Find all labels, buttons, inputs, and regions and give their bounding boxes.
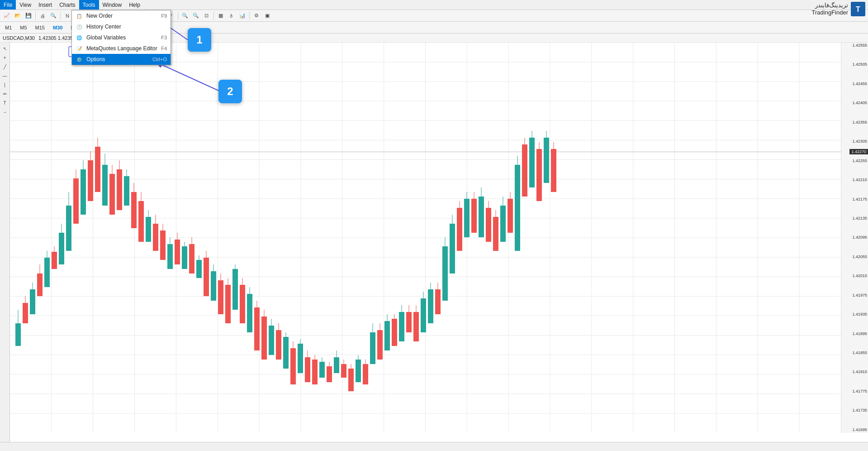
svg-rect-180 [515,165,520,251]
logo-icon: T [851,2,865,16]
statusbar [0,442,868,451]
tb-print[interactable]: 🖨 [38,11,47,20]
svg-rect-92 [196,260,202,278]
svg-rect-116 [283,337,289,369]
svg-rect-52 [52,252,57,269]
price-label: 1.42355 [841,120,868,125]
svg-rect-50 [44,258,50,287]
svg-rect-106 [247,294,252,332]
sep7 [249,12,250,20]
svg-rect-98 [218,280,223,314]
price-label: 1.41975 [841,293,868,297]
svg-rect-76 [138,201,144,242]
tool-text[interactable]: T [1,99,9,107]
tb-terminal[interactable]: ▣ [262,11,272,20]
svg-rect-144 [384,321,390,350]
menu-help[interactable]: Help [125,0,144,10]
price-label: 1.42135 [841,216,868,221]
tb-zoom-out[interactable]: 🔍 [191,11,201,20]
tb-new-chart[interactable]: 📈 [2,11,12,20]
svg-rect-62 [88,160,93,201]
menu-window[interactable]: Window [99,0,126,10]
tool-arrow[interactable]: → [1,108,9,116]
menu-insert[interactable]: Insert [35,0,56,10]
global-shortcut: F3 [161,35,167,40]
current-price-badge: 1.42270 [849,149,868,154]
svg-rect-66 [102,165,108,206]
tool-vline[interactable]: | [1,81,9,89]
svg-rect-112 [269,326,274,355]
svg-rect-136 [356,360,361,382]
price-label: 1.42255 [841,159,868,163]
new-order-shortcut: F9 [161,13,167,19]
menu-history-center[interactable]: 🕐 History Center [72,21,171,32]
svg-rect-72 [124,176,129,206]
svg-rect-42 [15,323,21,346]
tb-bar[interactable]: ▦ [216,11,226,20]
svg-rect-154 [421,298,426,332]
menu-file[interactable]: File [0,0,16,10]
price-label: 1.41775 [841,389,868,393]
chart-area: 1.42555 1.42505 1.42455 1.42405 1.42355 … [10,43,868,442]
price-label: 1.42015 [841,274,868,278]
tb-candle[interactable]: 🕯 [227,11,237,20]
menu-view[interactable]: View [16,0,35,10]
menu-charts[interactable]: Charts [56,0,79,10]
price-label: 1.42455 [841,82,868,86]
svg-rect-100 [225,285,231,323]
tf-m1[interactable]: M1 [2,24,15,31]
menu-metaquotes-editor[interactable]: 📝 MetaQuotes Language Editor F4 [72,43,171,54]
svg-rect-164 [457,208,462,251]
tb-zoom-in[interactable]: 🔍 [180,11,190,20]
svg-rect-54 [59,233,64,264]
tb-line[interactable]: 📊 [237,11,247,20]
svg-rect-122 [305,357,310,382]
tool-line[interactable]: ╱ [1,62,9,71]
tool-hline[interactable]: — [1,72,9,80]
new-order-label: New Order [86,13,113,19]
svg-rect-44 [23,303,28,323]
editor-shortcut: F4 [161,46,167,51]
svg-rect-124 [312,360,318,384]
svg-rect-70 [117,169,122,210]
editor-icon: 📝 [76,45,83,52]
menubar: File View Insert Charts Tools Window Hel… [0,0,868,10]
global-icon: 🌐 [76,34,83,41]
tf-m5[interactable]: M5 [17,24,30,31]
menu-options[interactable]: ⚙️ Options Ctrl+O [72,54,171,65]
tool-crosshair[interactable]: + [1,53,9,62]
svg-rect-48 [37,273,43,296]
chart-canvas[interactable] [10,43,841,433]
price-label: 1.42175 [841,197,868,202]
svg-rect-96 [211,271,216,301]
tf-m30[interactable]: M30 [50,24,66,31]
tb-save[interactable]: 💾 [24,11,33,20]
price-axis: 1.42555 1.42505 1.42455 1.42405 1.42355 … [841,43,868,433]
svg-rect-186 [536,149,542,201]
svg-rect-74 [131,192,137,228]
svg-text:T: T [856,5,860,13]
tool-pen[interactable]: ✏ [1,90,9,98]
price-label: 1.42505 [841,62,868,67]
svg-rect-142 [377,330,383,360]
svg-rect-64 [95,147,100,192]
menu-new-order[interactable]: 📋 New Order F9 [72,10,171,21]
tb-scroll[interactable]: ⊡ [202,11,212,20]
svg-rect-190 [551,149,556,192]
logo-area: تریدینگ‌فایندر TradingFinder T [812,2,865,16]
svg-rect-108 [254,307,260,350]
tb-print-preview[interactable]: 🔍 [48,11,58,20]
menu-tools[interactable]: Tools [79,0,99,10]
symbol-name: USDCAD,M30 [3,35,35,41]
step-1-label: 1 [188,28,211,52]
tb-new-order[interactable]: N [62,11,72,20]
svg-rect-132 [341,364,346,378]
tf-m15[interactable]: M15 [32,24,48,31]
tb-open[interactable]: 📂 [13,11,23,20]
svg-rect-90 [189,244,194,273]
menu-global-variables[interactable]: 🌐 Global Variables F3 [72,32,171,43]
tool-cursor[interactable]: ↖ [1,44,9,53]
svg-rect-174 [493,217,498,251]
svg-rect-58 [73,178,79,224]
tb-indicators[interactable]: ⚙ [251,11,261,20]
